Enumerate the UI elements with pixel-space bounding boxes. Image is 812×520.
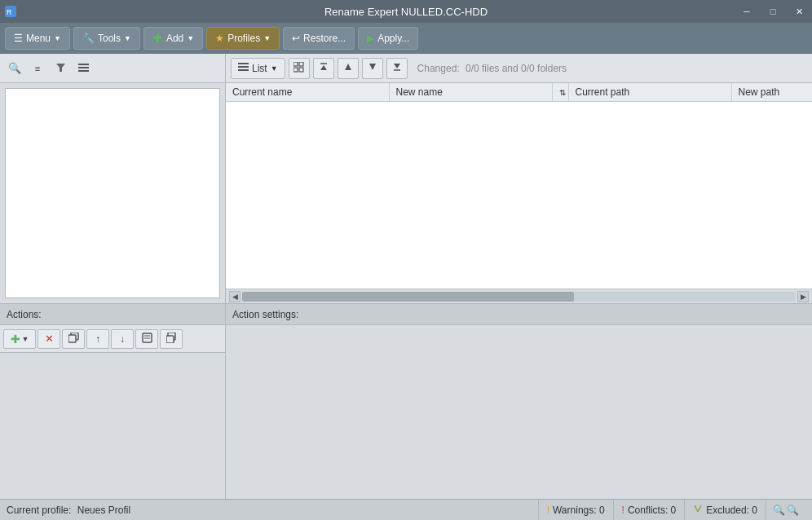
- profiles-button[interactable]: ★ Profiles ▼: [206, 27, 280, 50]
- table-header-row: Current name New name ⇅ Current path New: [226, 83, 812, 102]
- title-bar: R Rename Expert NULLED.CC-HDD ─ □ ✕: [0, 0, 812, 23]
- action-settings-header: Action settings:: [226, 304, 812, 325]
- action-delete-button[interactable]: ✕: [38, 329, 60, 349]
- changed-label: Changed:: [417, 63, 460, 74]
- excluded-item[interactable]: Excluded: 0: [684, 500, 766, 521]
- grid-view-button[interactable]: [289, 58, 310, 79]
- svg-rect-17: [299, 62, 303, 66]
- tools-button[interactable]: 🔧 Tools ▼: [73, 27, 140, 50]
- svg-rect-7: [68, 335, 76, 342]
- action-edit-icon: [142, 333, 152, 346]
- nav-up-top-icon: [319, 62, 329, 74]
- file-table: Current name New name ⇅ Current path New: [226, 83, 812, 102]
- search-icon: 🔍: [8, 62, 21, 74]
- col-header-new-name[interactable]: New name: [389, 83, 552, 102]
- left-panel: 🔍 ≡: [0, 54, 226, 499]
- svg-rect-16: [293, 62, 298, 66]
- svg-text:R: R: [7, 8, 12, 16]
- action-copy-button[interactable]: [62, 329, 85, 349]
- svg-marker-25: [394, 64, 400, 68]
- minimize-button[interactable]: ─: [734, 0, 760, 23]
- profiles-star-icon: ★: [215, 33, 224, 44]
- app-icon: R: [5, 5, 18, 18]
- status-search-button[interactable]: 🔍 🔍: [766, 500, 805, 521]
- file-table-container[interactable]: Current name New name ⇅ Current path New: [226, 83, 812, 289]
- maximize-button[interactable]: □: [760, 0, 786, 23]
- menu-label: Menu: [26, 33, 51, 44]
- filter-button[interactable]: [51, 59, 70, 78]
- actions-toolbar: ✚ ▼ ✕ ↑ ↓: [0, 325, 225, 353]
- nav-up-button[interactable]: [338, 58, 359, 79]
- restore-button[interactable]: ↩ Restore...: [283, 27, 355, 50]
- title-text: Rename Expert NULLED.CC-HDD: [324, 6, 488, 18]
- nav-down-button[interactable]: [362, 58, 383, 79]
- col-header-current-name[interactable]: Current name: [226, 83, 389, 102]
- col-header-sort[interactable]: ⇅: [552, 83, 568, 102]
- list-button[interactable]: List ▼: [231, 58, 285, 79]
- actions-section: Actions: ✚ ▼ ✕: [0, 303, 225, 499]
- svg-rect-3: [78, 64, 89, 65]
- scroll-left-button[interactable]: ◀: [229, 291, 241, 302]
- grid-icon: [293, 62, 304, 75]
- close-button[interactable]: ✕: [786, 0, 812, 23]
- menu-button[interactable]: ☰ Menu ▼: [5, 27, 70, 50]
- action-move-up-button[interactable]: ↑: [86, 329, 109, 349]
- search-button[interactable]: 🔍: [5, 59, 24, 78]
- action-settings-section: Action settings:: [226, 303, 812, 499]
- apply-icon: ▶: [367, 33, 374, 44]
- filter-icon: [55, 62, 66, 75]
- tools-label: Tools: [98, 33, 121, 44]
- file-list-area: [5, 88, 220, 298]
- action-settings-content: [226, 325, 812, 499]
- actions-label: Actions:: [7, 309, 42, 320]
- col-header-current-path[interactable]: Current path: [568, 83, 731, 102]
- apply-label: Apply...: [377, 33, 409, 44]
- svg-rect-19: [299, 68, 303, 72]
- svg-rect-14: [238, 66, 249, 68]
- svg-rect-5: [78, 70, 89, 72]
- tools-icon: 🔧: [82, 33, 95, 44]
- exclude-icon: [693, 504, 703, 516]
- status-items: ! Warnings: 0 ! Conflicts: 0 Excluded: 0…: [538, 500, 805, 521]
- changed-info: Changed: 0/0 files and 0/0 folders: [417, 63, 567, 74]
- nav-down-bottom-button[interactable]: [386, 58, 408, 79]
- action-move-down-button[interactable]: ↓: [111, 329, 134, 349]
- tools-chevron-icon: ▼: [124, 34, 131, 42]
- action-edit-button[interactable]: [135, 329, 158, 349]
- list-icon: [238, 62, 249, 75]
- list-view-button[interactable]: ≡: [28, 59, 47, 78]
- lines-button[interactable]: [73, 59, 93, 78]
- scroll-thumb[interactable]: [242, 292, 574, 302]
- action-settings-label: Action settings:: [232, 309, 298, 320]
- menu-icon: ☰: [14, 33, 23, 44]
- restore-icon: ↩: [292, 33, 300, 44]
- action-copy-icon: [68, 333, 79, 346]
- action-add-button[interactable]: ✚ ▼: [3, 329, 36, 349]
- svg-rect-18: [293, 68, 298, 72]
- add-label: Add: [166, 33, 183, 44]
- add-chevron-icon: ▼: [187, 34, 194, 42]
- nav-up-top-button[interactable]: [313, 58, 334, 79]
- svg-line-27: [698, 505, 701, 512]
- action-duplicate-button[interactable]: [160, 329, 183, 349]
- list-label: List: [252, 63, 267, 74]
- scroll-track[interactable]: [242, 292, 796, 302]
- col-header-new-path[interactable]: New path: [731, 83, 812, 102]
- profile-info: Current profile: Neues Profil: [7, 505, 538, 516]
- nav-down-bottom-icon: [392, 62, 402, 74]
- nav-down-icon: [368, 62, 377, 74]
- menu-chevron-icon: ▼: [54, 34, 61, 42]
- add-button[interactable]: ✚ Add ▼: [143, 27, 203, 50]
- horizontal-scrollbar[interactable]: ◀ ▶: [226, 289, 812, 303]
- profile-label: Current profile:: [7, 505, 71, 516]
- action-move-up-icon: ↑: [95, 333, 100, 345]
- svg-rect-4: [78, 67, 89, 68]
- warnings-item[interactable]: ! Warnings: 0: [538, 500, 613, 521]
- list-chevron-icon: ▼: [271, 64, 278, 73]
- action-delete-icon: ✕: [45, 333, 54, 345]
- scroll-right-button[interactable]: ▶: [797, 291, 809, 302]
- svg-marker-2: [56, 64, 65, 72]
- svg-rect-13: [238, 63, 249, 64]
- conflicts-item[interactable]: ! Conflicts: 0: [613, 500, 685, 521]
- apply-button[interactable]: ▶ Apply...: [358, 27, 418, 50]
